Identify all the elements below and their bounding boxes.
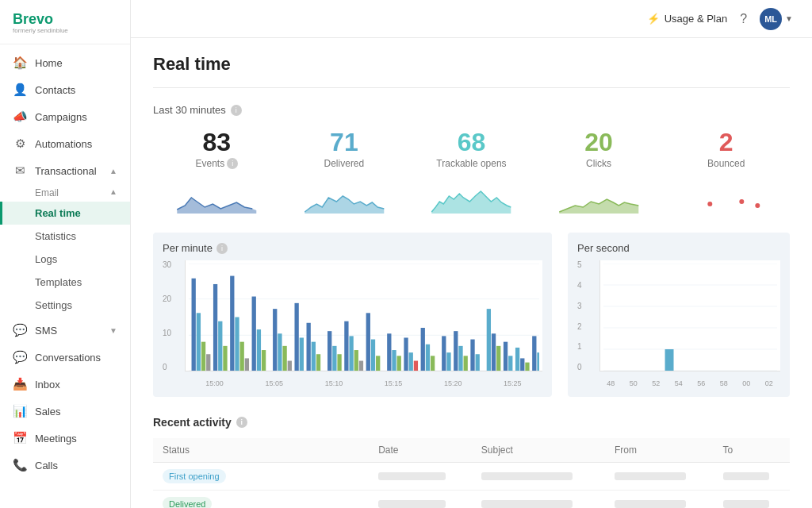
svg-rect-18: [230, 276, 234, 371]
help-icon[interactable]: ?: [740, 12, 747, 26]
inbox-icon: 📥: [13, 377, 27, 391]
svg-rect-55: [454, 331, 458, 371]
meetings-icon: 📅: [13, 431, 27, 445]
sidebar: Brevo formerly sendinblue 🏠 Home 👤 Conta…: [0, 0, 131, 508]
from-placeholder: [615, 472, 686, 480]
sidebar-item-sms[interactable]: 💬 SMS ▼: [0, 317, 130, 344]
sms-icon: 💬: [13, 323, 27, 337]
svg-rect-44: [387, 333, 391, 371]
svg-rect-28: [288, 361, 292, 371]
avatar-chevron-icon: ▼: [785, 14, 793, 23]
sidebar-item-automations[interactable]: ⚙ Automations: [0, 130, 130, 157]
svg-point-6: [756, 203, 760, 208]
svg-rect-20: [240, 342, 244, 371]
col-to: To: [714, 438, 790, 463]
sidebar-item-sales[interactable]: 📊 Sales: [0, 398, 130, 425]
table-row: Delivered: [153, 491, 790, 508]
to-placeholder: [723, 500, 769, 508]
svg-rect-62: [496, 346, 500, 371]
sidebar-item-conversations[interactable]: 💬 Conversations: [0, 344, 130, 371]
delivered-label: Delivered: [324, 158, 365, 169]
svg-rect-57: [464, 356, 468, 371]
usage-plan-label: Usage & Plan: [665, 13, 728, 25]
svg-rect-69: [537, 352, 539, 371]
svg-point-4: [708, 202, 713, 206]
activity-table: Status Date Subject From To First openin…: [153, 438, 790, 508]
sidebar-item-calls[interactable]: 📞 Calls: [0, 452, 130, 479]
per-second-chart: Per second 543210: [568, 233, 790, 397]
per-second-title: Per second: [577, 242, 780, 254]
svg-marker-2: [431, 191, 511, 214]
sidebar-item-inbox[interactable]: 📥 Inbox: [0, 371, 130, 398]
conversations-icon: 💬: [13, 350, 27, 364]
sidebar-item-logs[interactable]: Logs: [0, 248, 130, 271]
svg-rect-24: [262, 350, 266, 371]
sidebar-item-meetings[interactable]: 📅 Meetings: [0, 425, 130, 452]
svg-rect-17: [223, 346, 227, 371]
from-placeholder: [615, 500, 686, 508]
user-menu[interactable]: ML ▼: [760, 8, 793, 30]
row-subject: [472, 463, 605, 491]
svg-rect-48: [409, 352, 413, 371]
svg-rect-76: [665, 349, 674, 371]
per-minute-chart: Per minute i 3020100: [153, 233, 552, 397]
svg-rect-52: [431, 356, 435, 371]
per-minute-svg: [189, 264, 539, 371]
svg-rect-46: [397, 356, 401, 371]
svg-rect-39: [354, 350, 358, 371]
sidebar-item-label: Automations: [35, 138, 92, 150]
stats-row: 83 Events i 71 Delivered: [153, 129, 790, 214]
svg-rect-59: [476, 354, 480, 371]
svg-rect-23: [257, 329, 261, 371]
opens-chart: [408, 174, 535, 214]
bounced-value: 2: [719, 129, 733, 156]
svg-rect-47: [404, 338, 408, 371]
campaigns-icon: 📣: [13, 110, 27, 124]
sidebar-item-real-time[interactable]: Real time: [0, 202, 130, 225]
per-minute-info-icon[interactable]: i: [216, 243, 228, 254]
row-status: Delivered: [153, 491, 369, 508]
svg-rect-61: [492, 333, 496, 371]
svg-rect-16: [218, 321, 222, 371]
row-to: [714, 491, 790, 508]
svg-rect-63: [504, 342, 508, 371]
col-from: From: [605, 438, 714, 463]
sidebar-item-campaigns[interactable]: 📣 Campaigns: [0, 103, 130, 130]
svg-rect-11: [192, 279, 196, 371]
stat-opens: 68 Trackable opens: [408, 129, 535, 214]
statistics-label: Statistics: [35, 230, 76, 242]
logs-label: Logs: [35, 253, 57, 265]
delivered-value: 71: [330, 129, 358, 156]
usage-plan-button[interactable]: ⚡ Usage & Plan: [647, 13, 728, 25]
sidebar-item-templates[interactable]: Templates: [0, 271, 130, 294]
stats-info-icon[interactable]: i: [231, 105, 242, 116]
svg-rect-68: [532, 337, 536, 371]
logo-text: Brevo: [13, 11, 117, 28]
recent-activity-info-icon[interactable]: i: [236, 417, 247, 428]
home-icon: 🏠: [13, 56, 27, 70]
svg-rect-43: [376, 356, 380, 371]
sidebar-item-home[interactable]: 🏠 Home: [0, 49, 130, 76]
per-minute-chart-area: 3020100: [163, 260, 542, 387]
contacts-icon: 👤: [13, 83, 27, 97]
page-content: Real time Last 30 minutes i 83 Events i: [131, 38, 812, 508]
svg-rect-30: [300, 338, 304, 371]
sidebar-item-settings[interactable]: Settings: [0, 294, 130, 317]
svg-rect-12: [197, 313, 201, 371]
svg-rect-22: [252, 297, 256, 371]
sidebar-item-label: Meetings: [35, 433, 77, 444]
svg-rect-58: [470, 340, 474, 371]
per-second-chart-area: 543210: [577, 260, 780, 387]
sidebar-item-statistics[interactable]: Statistics: [0, 225, 130, 248]
subject-placeholder: [481, 500, 573, 508]
per-second-bars: [599, 260, 780, 371]
bounced-label: Bounced: [707, 158, 745, 169]
sidebar-item-transactional[interactable]: ✉ Transactional ▲: [0, 157, 130, 184]
per-minute-x-labels: 15:0015:0515:1015:1515:2015:25: [185, 379, 542, 387]
events-info-icon[interactable]: i: [227, 158, 238, 169]
logo: Brevo formerly sendinblue: [0, 0, 130, 44]
svg-rect-19: [235, 318, 239, 371]
sidebar-item-contacts[interactable]: 👤 Contacts: [0, 76, 130, 103]
svg-rect-56: [458, 346, 462, 371]
svg-rect-60: [487, 309, 491, 371]
